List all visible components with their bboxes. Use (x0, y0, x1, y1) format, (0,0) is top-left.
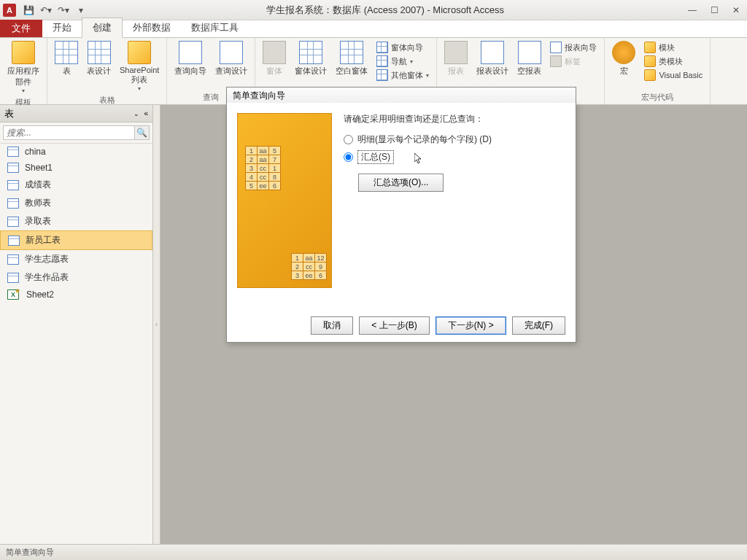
other-forms-button[interactable]: 其他窗体 (374, 69, 432, 82)
navpane-item[interactable]: 录取表 (0, 212, 152, 230)
access-logo-icon: A (3, 4, 16, 17)
visual-basic-button[interactable]: Visual Basic (641, 69, 705, 82)
navpane-item-label: china (25, 147, 46, 157)
table-icon (7, 198, 19, 209)
close-button[interactable]: ✕ (725, 3, 747, 18)
statusbar: 简单查询向导 (0, 544, 747, 560)
shutter-collapse-icon[interactable]: « (144, 109, 148, 117)
search-icon[interactable]: 🔍 (135, 125, 150, 140)
redo-icon[interactable]: ↷▾ (55, 2, 71, 18)
table-icon (7, 273, 19, 283)
navpane-item[interactable]: china (0, 144, 152, 160)
navpane-item[interactable]: X★Sheet2 (0, 287, 152, 303)
macro-button[interactable]: 宏 (609, 39, 638, 78)
report-design-button[interactable]: 报表设计 (473, 39, 511, 78)
navpane-header[interactable]: 表 ⌄ « (0, 105, 152, 122)
query-design-button[interactable]: 查询设计 (212, 39, 250, 78)
radio-detail[interactable]: 明细(显示每个记录的每个字段) (D) (344, 131, 565, 148)
qat-customize-icon[interactable]: ▾ (73, 2, 89, 18)
next-button[interactable]: 下一步(N) > (436, 316, 506, 335)
maximize-button[interactable]: ☐ (703, 3, 725, 18)
navpane-item-label: 学生作品表 (25, 271, 69, 284)
navpane-item-label: 教师表 (25, 197, 51, 209)
cursor-icon (414, 153, 423, 165)
navpane-item[interactable]: 成绩表 (0, 176, 152, 194)
navigation-pane: 表 ⌄ « 🔍 chinaSheet1成绩表教师表录取表新员工表学生志愿表学生作… (0, 105, 153, 544)
navigation-button[interactable]: 导航 (374, 55, 432, 68)
report-button: 报表 (441, 39, 471, 78)
navpane-item[interactable]: 学生作品表 (0, 268, 152, 287)
chevron-down-icon[interactable]: ⌄ (133, 110, 139, 117)
wizard-prompt: 请确定采用明细查询还是汇总查询： (344, 113, 565, 125)
table-icon (7, 217, 19, 227)
navpane-item[interactable]: 新员工表 (0, 230, 152, 250)
wizard-preview-image: 1aa52aa73cc14cc85ee6 1aa122cc93ee6 (237, 113, 332, 288)
navpane-item-label: 新员工表 (26, 234, 61, 246)
undo-icon[interactable]: ↶▾ (38, 2, 54, 18)
radio-summary[interactable]: 汇总(S) (344, 148, 565, 166)
blank-report-button[interactable]: 空报表 (514, 39, 544, 78)
navpane-category-label: 表 (4, 107, 133, 120)
group-label-macros: 宏与代码 (609, 90, 705, 104)
table-icon (7, 180, 19, 190)
back-button[interactable]: < 上一步(B) (359, 316, 429, 335)
navpane-list: chinaSheet1成绩表教师表录取表新员工表学生志愿表学生作品表X★Shee… (0, 144, 152, 544)
form-design-button[interactable]: 窗体设计 (292, 39, 330, 78)
summary-options-button[interactable]: 汇总选项(O)... (358, 174, 444, 192)
class-module-button[interactable]: 类模块 (641, 55, 705, 68)
tab-create[interactable]: 创建 (82, 18, 123, 38)
ribbon-group-templates: 应用程序 部件 模板 (0, 38, 47, 104)
cancel-button[interactable]: 取消 (311, 316, 353, 335)
navpane-item[interactable]: Sheet1 (0, 160, 152, 176)
app-parts-button[interactable]: 应用程序 部件 (4, 39, 42, 96)
table-icon (8, 236, 20, 246)
shutter-bar[interactable]: ‹ (153, 105, 160, 544)
table-icon (7, 254, 19, 265)
save-icon[interactable]: 💾 (20, 2, 36, 18)
form-button: 窗体 (260, 39, 289, 78)
navpane-item-label: Sheet2 (26, 289, 54, 300)
navpane-item[interactable]: 学生志愿表 (0, 250, 152, 268)
navpane-item[interactable]: 教师表 (0, 194, 152, 212)
form-wizard-button[interactable]: 窗体向导 (374, 41, 432, 54)
finish-button[interactable]: 完成(F) (512, 316, 565, 335)
report-wizard-button[interactable]: 报表向导 (547, 41, 600, 54)
star-icon: ★ (15, 287, 20, 295)
navpane-item-label: 学生志愿表 (25, 253, 69, 265)
table-button[interactable]: 表 (52, 39, 81, 78)
blank-form-button[interactable]: 空白窗体 (333, 39, 371, 78)
labels-button: 标签 (547, 55, 600, 68)
tab-external-data[interactable]: 外部数据 (123, 18, 181, 37)
ribbon-group-macros: 宏 模块 类模块 Visual Basic 宏与代码 (605, 38, 711, 104)
statusbar-text: 简单查询向导 (6, 547, 54, 558)
navpane-item-label: Sheet1 (25, 163, 53, 173)
table-icon (7, 163, 19, 173)
tab-database-tools[interactable]: 数据库工具 (181, 18, 249, 37)
query-wizard-button[interactable]: 查询向导 (171, 39, 209, 78)
window-title: 学生报名系统：数据库 (Access 2007) - Microsoft Acc… (89, 4, 681, 17)
module-button[interactable]: 模块 (641, 41, 705, 54)
ribbon-group-tables: 表 表设计 SharePoint 列表 表格 (47, 38, 167, 104)
tab-file[interactable]: 文件 (0, 20, 42, 37)
tab-home[interactable]: 开始 (42, 18, 82, 37)
navpane-item-label: 录取表 (25, 215, 51, 228)
simple-query-wizard-dialog: 简单查询向导 1aa52aa73cc14cc85ee6 1aa122cc93ee… (226, 102, 576, 343)
ribbon-tab-strip: 文件 开始 创建 外部数据 数据库工具 (0, 20, 747, 38)
navpane-item-label: 成绩表 (25, 179, 51, 191)
navpane-search: 🔍 (0, 122, 152, 144)
quick-access-toolbar: A 💾 ↶▾ ↷▾ ▾ (0, 2, 89, 18)
minimize-button[interactable]: — (681, 3, 703, 18)
wizard-title: 简单查询向导 (226, 87, 576, 103)
table-icon (7, 147, 19, 157)
sharepoint-lists-button[interactable]: SharePoint 列表 (117, 39, 162, 93)
table-design-button[interactable]: 表设计 (84, 39, 114, 78)
search-input[interactable] (3, 125, 135, 140)
